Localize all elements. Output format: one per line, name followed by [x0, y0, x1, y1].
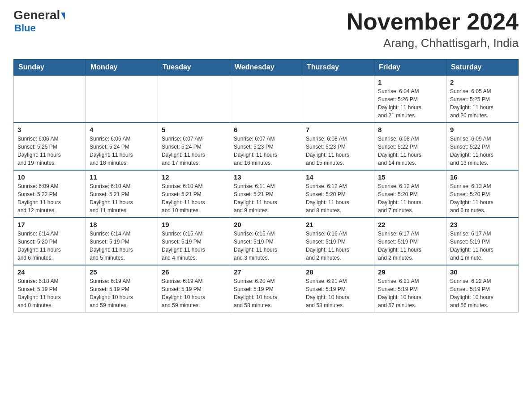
day-info: Sunrise: 6:21 AM Sunset: 5:19 PM Dayligh… [378, 277, 442, 309]
day-info: Sunrise: 6:06 AM Sunset: 5:24 PM Dayligh… [90, 135, 154, 167]
calendar-cell: 26Sunrise: 6:19 AM Sunset: 5:19 PM Dayli… [158, 265, 230, 313]
calendar-cell: 14Sunrise: 6:12 AM Sunset: 5:20 PM Dayli… [302, 170, 374, 218]
day-info: Sunrise: 6:10 AM Sunset: 5:21 PM Dayligh… [90, 182, 154, 214]
calendar-cell [230, 75, 302, 123]
calendar-cell: 16Sunrise: 6:13 AM Sunset: 5:20 PM Dayli… [446, 170, 519, 218]
day-info: Sunrise: 6:05 AM Sunset: 5:25 PM Dayligh… [450, 87, 515, 120]
title-area: November 2024 Arang, Chhattisgarh, India [347, 9, 519, 50]
day-info: Sunrise: 6:09 AM Sunset: 5:22 PM Dayligh… [17, 182, 82, 214]
calendar-cell: 17Sunrise: 6:14 AM Sunset: 5:20 PM Dayli… [14, 218, 86, 265]
calendar-cell: 6Sunrise: 6:07 AM Sunset: 5:23 PM Daylig… [230, 123, 302, 170]
day-info: Sunrise: 6:17 AM Sunset: 5:19 PM Dayligh… [378, 230, 442, 262]
day-info: Sunrise: 6:09 AM Sunset: 5:22 PM Dayligh… [450, 135, 515, 167]
day-number: 20 [234, 221, 298, 228]
calendar-cell: 8Sunrise: 6:08 AM Sunset: 5:22 PM Daylig… [374, 123, 446, 170]
weekday-header-tuesday: Tuesday [158, 60, 230, 76]
day-info: Sunrise: 6:21 AM Sunset: 5:19 PM Dayligh… [306, 277, 370, 309]
day-number: 8 [378, 126, 442, 133]
week-row-2: 3Sunrise: 6:06 AM Sunset: 5:25 PM Daylig… [14, 123, 519, 170]
day-number: 28 [306, 268, 370, 276]
week-row-3: 10Sunrise: 6:09 AM Sunset: 5:22 PM Dayli… [14, 170, 519, 218]
day-number: 25 [90, 268, 154, 276]
day-number: 11 [90, 173, 154, 181]
calendar-cell: 24Sunrise: 6:18 AM Sunset: 5:19 PM Dayli… [14, 265, 86, 313]
day-number: 7 [306, 126, 370, 133]
day-number: 4 [90, 126, 154, 133]
calendar-cell: 7Sunrise: 6:08 AM Sunset: 5:23 PM Daylig… [302, 123, 374, 170]
day-number: 24 [17, 268, 82, 276]
day-info: Sunrise: 6:12 AM Sunset: 5:20 PM Dayligh… [306, 182, 370, 214]
day-info: Sunrise: 6:15 AM Sunset: 5:19 PM Dayligh… [162, 230, 226, 262]
day-info: Sunrise: 6:12 AM Sunset: 5:20 PM Dayligh… [378, 182, 442, 214]
day-info: Sunrise: 6:22 AM Sunset: 5:19 PM Dayligh… [450, 277, 515, 309]
calendar-cell [14, 75, 86, 123]
calendar-cell: 15Sunrise: 6:12 AM Sunset: 5:20 PM Dayli… [374, 170, 446, 218]
calendar-cell: 19Sunrise: 6:15 AM Sunset: 5:19 PM Dayli… [158, 218, 230, 265]
day-info: Sunrise: 6:11 AM Sunset: 5:21 PM Dayligh… [234, 182, 298, 214]
logo-blue: Blue [14, 22, 36, 34]
calendar-cell: 11Sunrise: 6:10 AM Sunset: 5:21 PM Dayli… [86, 170, 158, 218]
logo: General Blue [13, 9, 65, 34]
day-info: Sunrise: 6:19 AM Sunset: 5:19 PM Dayligh… [162, 277, 226, 309]
logo-general: General [13, 9, 65, 21]
day-number: 23 [450, 221, 515, 228]
calendar-cell: 2Sunrise: 6:05 AM Sunset: 5:25 PM Daylig… [446, 75, 519, 123]
calendar-cell: 28Sunrise: 6:21 AM Sunset: 5:19 PM Dayli… [302, 265, 374, 313]
calendar-cell: 13Sunrise: 6:11 AM Sunset: 5:21 PM Dayli… [230, 170, 302, 218]
day-info: Sunrise: 6:18 AM Sunset: 5:19 PM Dayligh… [17, 277, 82, 309]
weekday-header-thursday: Thursday [302, 60, 374, 76]
day-info: Sunrise: 6:10 AM Sunset: 5:21 PM Dayligh… [162, 182, 226, 214]
calendar-cell: 4Sunrise: 6:06 AM Sunset: 5:24 PM Daylig… [86, 123, 158, 170]
calendar-cell: 22Sunrise: 6:17 AM Sunset: 5:19 PM Dayli… [374, 218, 446, 265]
calendar-cell: 5Sunrise: 6:07 AM Sunset: 5:24 PM Daylig… [158, 123, 230, 170]
day-number: 12 [162, 173, 226, 181]
header: General Blue November 2024 Arang, Chhatt… [13, 9, 519, 50]
day-number: 18 [90, 221, 154, 228]
calendar-cell [86, 75, 158, 123]
day-info: Sunrise: 6:06 AM Sunset: 5:25 PM Dayligh… [17, 135, 82, 167]
calendar-cell: 23Sunrise: 6:17 AM Sunset: 5:19 PM Dayli… [446, 218, 519, 265]
day-number: 27 [234, 268, 298, 276]
calendar-cell: 18Sunrise: 6:14 AM Sunset: 5:19 PM Dayli… [86, 218, 158, 265]
day-info: Sunrise: 6:07 AM Sunset: 5:23 PM Dayligh… [234, 135, 298, 167]
calendar-cell: 1Sunrise: 6:04 AM Sunset: 5:26 PM Daylig… [374, 75, 446, 123]
day-number: 30 [450, 268, 515, 276]
day-info: Sunrise: 6:15 AM Sunset: 5:19 PM Dayligh… [234, 230, 298, 262]
day-number: 16 [450, 173, 515, 181]
calendar-cell: 21Sunrise: 6:16 AM Sunset: 5:19 PM Dayli… [302, 218, 374, 265]
calendar-cell: 25Sunrise: 6:19 AM Sunset: 5:19 PM Dayli… [86, 265, 158, 313]
calendar-table: SundayMondayTuesdayWednesdayThursdayFrid… [13, 59, 519, 313]
day-info: Sunrise: 6:16 AM Sunset: 5:19 PM Dayligh… [306, 230, 370, 262]
weekday-header-friday: Friday [374, 60, 446, 76]
calendar-cell [302, 75, 374, 123]
calendar-cell: 9Sunrise: 6:09 AM Sunset: 5:22 PM Daylig… [446, 123, 519, 170]
day-number: 6 [234, 126, 298, 133]
day-number: 26 [162, 268, 226, 276]
logo-triangle-icon [61, 13, 65, 20]
day-number: 29 [378, 268, 442, 276]
day-number: 17 [17, 221, 82, 228]
calendar-cell: 29Sunrise: 6:21 AM Sunset: 5:19 PM Dayli… [374, 265, 446, 313]
day-info: Sunrise: 6:14 AM Sunset: 5:19 PM Dayligh… [90, 230, 154, 262]
calendar-cell [158, 75, 230, 123]
day-number: 3 [17, 126, 82, 133]
week-row-4: 17Sunrise: 6:14 AM Sunset: 5:20 PM Dayli… [14, 218, 519, 265]
day-info: Sunrise: 6:19 AM Sunset: 5:19 PM Dayligh… [90, 277, 154, 309]
calendar-cell: 3Sunrise: 6:06 AM Sunset: 5:25 PM Daylig… [14, 123, 86, 170]
weekday-header-sunday: Sunday [14, 60, 86, 76]
day-number: 13 [234, 173, 298, 181]
day-number: 15 [378, 173, 442, 181]
calendar-cell: 30Sunrise: 6:22 AM Sunset: 5:19 PM Dayli… [446, 265, 519, 313]
day-number: 21 [306, 221, 370, 228]
day-info: Sunrise: 6:20 AM Sunset: 5:19 PM Dayligh… [234, 277, 298, 309]
day-info: Sunrise: 6:08 AM Sunset: 5:22 PM Dayligh… [378, 135, 442, 167]
day-number: 10 [17, 173, 82, 181]
calendar-cell: 10Sunrise: 6:09 AM Sunset: 5:22 PM Dayli… [14, 170, 86, 218]
day-number: 2 [450, 78, 515, 86]
calendar-cell: 20Sunrise: 6:15 AM Sunset: 5:19 PM Dayli… [230, 218, 302, 265]
day-info: Sunrise: 6:07 AM Sunset: 5:24 PM Dayligh… [162, 135, 226, 167]
day-info: Sunrise: 6:08 AM Sunset: 5:23 PM Dayligh… [306, 135, 370, 167]
day-info: Sunrise: 6:17 AM Sunset: 5:19 PM Dayligh… [450, 230, 515, 262]
day-number: 14 [306, 173, 370, 181]
day-number: 22 [378, 221, 442, 228]
